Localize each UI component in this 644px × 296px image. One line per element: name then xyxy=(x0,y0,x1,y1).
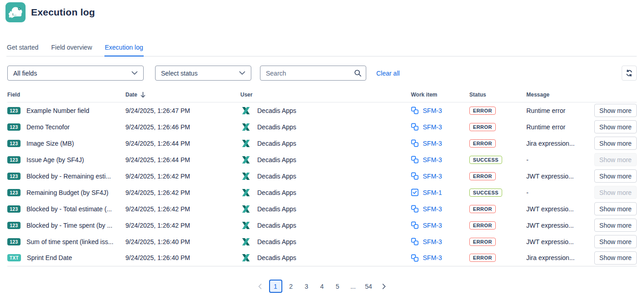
status-filter-placeholder: Select status xyxy=(161,70,197,77)
field-name: Sum of time spent (linked iss... xyxy=(26,238,114,245)
field-name: Remaining Budget (by SF4J) xyxy=(26,189,109,196)
work-item-link[interactable]: SFM-3 xyxy=(423,123,442,131)
status-filter-select[interactable]: Select status xyxy=(155,66,251,81)
decadis-apps-logo-icon xyxy=(240,236,251,247)
tab-field-overview[interactable]: Field overview xyxy=(51,41,92,56)
field-type-badge: 123 xyxy=(7,107,21,114)
status-badge: ERROR xyxy=(469,238,496,246)
pagination-next-button[interactable] xyxy=(378,280,391,293)
execution-date: 9/24/2025, 1:26:44 PM xyxy=(125,152,240,168)
tab-execution-log[interactable]: Execution log xyxy=(104,41,144,56)
refresh-button[interactable] xyxy=(622,66,637,81)
table-row: TXT Sprint End Date 9/24/2025, 1:26:40 P… xyxy=(7,250,637,266)
pagination-page-2[interactable]: 2 xyxy=(285,280,298,293)
user-name: Decadis Apps xyxy=(257,173,296,180)
message-text: JWT expressio... xyxy=(526,168,594,184)
field-name: Sprint End Date xyxy=(27,254,72,261)
field-type-badge: 123 xyxy=(7,222,21,229)
user-name: Decadis Apps xyxy=(257,222,296,229)
pagination-previous-button xyxy=(254,280,267,293)
show-more-button[interactable]: Show more xyxy=(594,202,637,215)
field-name: Example Number field xyxy=(26,107,89,114)
decadis-apps-logo-icon xyxy=(240,138,251,149)
field-filter-select[interactable]: All fields xyxy=(7,66,144,81)
show-more-button: Show more xyxy=(594,153,637,166)
column-header-date[interactable]: Date xyxy=(125,92,240,102)
table-row: 123 Blocked by - Total estimate (... 9/2… xyxy=(7,201,637,217)
show-more-button[interactable]: Show more xyxy=(594,137,637,150)
table-row: 123 Issue Age (by SF4J) 9/24/2025, 1:26:… xyxy=(7,152,637,168)
field-name: Demo Tecnofor xyxy=(26,123,70,131)
subtask-icon xyxy=(411,254,419,262)
message-text: - xyxy=(526,184,594,201)
column-header-message: Message xyxy=(526,92,594,102)
decadis-apps-logo-icon xyxy=(240,220,251,231)
subtask-icon xyxy=(411,156,419,163)
work-item-link[interactable]: SFM-3 xyxy=(423,238,442,245)
filter-bar: All fields Select status Clear all xyxy=(7,66,637,81)
user-name: Decadis Apps xyxy=(257,254,296,261)
work-item-link[interactable]: SFM-3 xyxy=(423,222,442,229)
show-more-button[interactable]: Show more xyxy=(594,251,637,265)
work-item-link[interactable]: SFM-1 xyxy=(423,189,442,196)
table-row: 123 Image Size (MB) 9/24/2025, 1:26:44 P… xyxy=(7,135,637,152)
status-badge: ERROR xyxy=(469,139,496,148)
subtask-icon xyxy=(411,205,419,213)
message-text: JWT expressio... xyxy=(526,217,594,234)
show-more-button[interactable]: Show more xyxy=(594,120,637,133)
app-header: I... Execution log xyxy=(0,0,644,23)
clear-all-link[interactable]: Clear all xyxy=(376,70,400,77)
work-item-link[interactable]: SFM-3 xyxy=(423,140,442,147)
table-row: 123 Demo Tecnofor 9/24/2025, 1:26:46 PM … xyxy=(7,119,637,135)
execution-date: 9/24/2025, 1:26:42 PM xyxy=(125,217,240,234)
status-badge: ERROR xyxy=(469,172,496,180)
column-header-user: User xyxy=(240,92,411,102)
table-row: 123 Remaining Budget (by SF4J) 9/24/2025… xyxy=(7,184,637,201)
decadis-apps-logo-icon xyxy=(240,252,251,263)
decadis-apps-logo-icon xyxy=(240,171,251,182)
field-name: Issue Age (by SF4J) xyxy=(26,156,84,163)
search-box xyxy=(260,66,366,81)
show-more-button[interactable]: Show more xyxy=(594,104,637,117)
sort-descending-icon[interactable] xyxy=(140,92,146,98)
user-name: Decadis Apps xyxy=(257,238,296,245)
field-name: Image Size (MB) xyxy=(26,140,74,147)
search-input[interactable] xyxy=(260,66,366,81)
show-more-button[interactable]: Show more xyxy=(594,169,637,183)
show-more-button[interactable]: Show more xyxy=(594,219,637,232)
work-item-link[interactable]: SFM-3 xyxy=(423,173,442,180)
field-type-badge: 123 xyxy=(7,238,21,245)
field-type-badge: 123 xyxy=(7,205,21,213)
message-text: Jira expression... xyxy=(526,135,594,152)
subtask-icon xyxy=(411,123,419,131)
user-name: Decadis Apps xyxy=(257,156,296,163)
table-body: 123 Example Number field 9/24/2025, 1:26… xyxy=(7,102,637,266)
work-item-link[interactable]: SFM-3 xyxy=(423,254,442,261)
pagination-page-1[interactable]: 1 xyxy=(269,280,282,293)
decadis-apps-logo-icon xyxy=(240,154,251,165)
tab-get-started[interactable]: Get started xyxy=(6,41,39,56)
execution-date: 9/24/2025, 1:26:42 PM xyxy=(125,184,240,201)
work-item-link[interactable]: SFM-3 xyxy=(423,107,442,114)
user-name: Decadis Apps xyxy=(257,205,296,213)
chevron-down-icon xyxy=(131,71,138,75)
field-type-badge: 123 xyxy=(7,173,21,180)
refresh-icon xyxy=(625,69,633,77)
pagination-page-4[interactable]: 4 xyxy=(316,280,329,293)
execution-log-table: Field Date User Work item Status Message xyxy=(7,92,637,266)
pagination-page-5[interactable]: 5 xyxy=(331,280,344,293)
search-icon xyxy=(354,69,362,77)
status-badge: ERROR xyxy=(469,107,496,115)
column-header-field: Field xyxy=(7,92,125,102)
decadis-apps-logo-icon xyxy=(240,122,251,133)
pagination-page-3[interactable]: 3 xyxy=(300,280,313,293)
pagination-page-54[interactable]: 54 xyxy=(362,280,375,293)
message-text: JWT expressio... xyxy=(526,234,594,250)
show-more-button[interactable]: Show more xyxy=(594,235,637,248)
subtask-icon xyxy=(411,107,419,114)
work-item-link[interactable]: SFM-3 xyxy=(423,156,442,163)
subtask-icon xyxy=(411,238,419,245)
message-text: Jira expression... xyxy=(526,250,594,266)
table-row: 123 Example Number field 9/24/2025, 1:26… xyxy=(7,102,637,119)
work-item-link[interactable]: SFM-3 xyxy=(423,205,442,213)
